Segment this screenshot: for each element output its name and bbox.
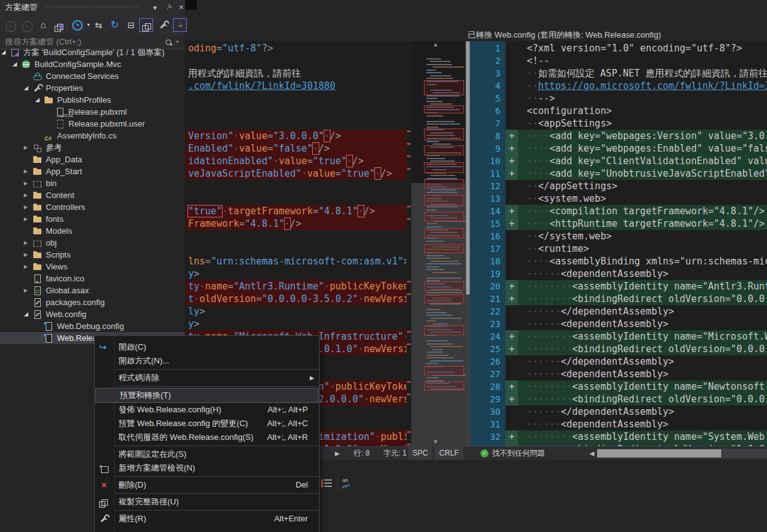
menu-item[interactable]: 屬性(R)Alt+Enter bbox=[95, 512, 319, 526]
tree-item[interactable]: ◢Web.config bbox=[0, 308, 185, 320]
code-token: </appSettings> bbox=[538, 180, 617, 192]
tree-item[interactable]: ◢PublishProfiles bbox=[0, 94, 185, 106]
minimap-line bbox=[430, 318, 462, 319]
expand-icon[interactable]: ▶ bbox=[24, 237, 31, 249]
tree-item[interactable]: packages.config bbox=[0, 296, 185, 308]
problems-ok-icon[interactable]: ✓ bbox=[480, 449, 489, 457]
tree-item[interactable]: App_Data bbox=[0, 154, 185, 165]
minimap-line bbox=[426, 192, 458, 193]
menu-item[interactable]: 將範圍設定在此(S) bbox=[95, 447, 319, 461]
collapse-icon[interactable]: ◢ bbox=[13, 58, 20, 70]
expand-icon[interactable]: ▶ bbox=[24, 213, 31, 225]
expand-icon[interactable]: ▶ bbox=[24, 177, 31, 189]
code-text: ····<add key="webpages:Enabled" value="f… bbox=[527, 142, 767, 155]
code-token[interactable]: https://go.microsoft.com/fwlink/?LinkId=… bbox=[538, 80, 767, 91]
expand-icon[interactable]: ▶ bbox=[24, 261, 31, 273]
collapse-icon[interactable]: ◢ bbox=[1, 46, 9, 58]
tree-item[interactable]: ◢方案 'BuildConfigSample' (1 / 1 個專案) bbox=[0, 46, 185, 58]
tree-item[interactable]: Release.pubxml bbox=[0, 106, 185, 118]
expand-icon[interactable]: ▶ bbox=[24, 284, 31, 296]
collapse-icon[interactable]: ◢ bbox=[35, 94, 43, 106]
tree-item[interactable]: ▶bin bbox=[0, 177, 185, 189]
word-wrap-icon[interactable]: abc↵ bbox=[342, 477, 355, 490]
code-token: idationEnabled" bbox=[188, 155, 273, 167]
horizontal-scrollbar-thumb[interactable] bbox=[597, 449, 721, 457]
indent-guide: ·· bbox=[527, 180, 538, 192]
line-number: 21 bbox=[470, 293, 500, 305]
menu-item-shortcut: Del bbox=[295, 478, 308, 492]
editor-preview-pane[interactable]: 1<?xml version="1.0" encoding="utf-8"?>2… bbox=[465, 41, 767, 446]
tree-item[interactable]: favicon.ico bbox=[0, 273, 185, 284]
minimap-line bbox=[426, 343, 453, 345]
status-line-ending[interactable]: CRLF bbox=[435, 447, 463, 460]
code-line: 27······<dependentAssembly> bbox=[465, 368, 767, 380]
hscroll-right-icon[interactable]: ▶ bbox=[335, 447, 340, 460]
collapse-icon[interactable]: ◢ bbox=[24, 308, 31, 320]
tree-item[interactable]: Web.Debug.config bbox=[0, 320, 185, 332]
code-token: = bbox=[239, 218, 245, 229]
folder-icon bbox=[44, 95, 54, 105]
tree-item[interactable]: Models bbox=[0, 225, 185, 237]
tree-item[interactable]: AssemblyInfo.cs bbox=[0, 130, 185, 142]
tree-item[interactable]: ▶Views bbox=[0, 261, 185, 273]
menu-item[interactable]: ×刪除(D)Del bbox=[95, 478, 319, 492]
tree-item[interactable]: Connected Services bbox=[0, 70, 185, 82]
tree-item[interactable]: ▶Content bbox=[0, 189, 185, 201]
minimap-line bbox=[426, 340, 448, 342]
code-text: <!-- bbox=[527, 55, 549, 67]
hidden-folder-icon bbox=[33, 238, 43, 248]
menu-item[interactable]: 預覽 Web.Release.config 的變更(C)Alt+;, Alt+C bbox=[95, 417, 319, 430]
tree-item[interactable]: ◢Properties bbox=[0, 82, 185, 94]
indent-guide: ···· bbox=[527, 256, 549, 267]
code-text: ··<runtime> bbox=[527, 243, 589, 255]
tree-item[interactable]: ▶fonts bbox=[0, 213, 185, 225]
code-text: ··<system.web> bbox=[527, 192, 606, 205]
menu-item[interactable]: 預覽和轉換(T) bbox=[95, 388, 319, 403]
menu-item[interactable]: 新增方案總管檢視(N) bbox=[95, 461, 319, 475]
menu-item[interactable]: ↪開啟(C) bbox=[95, 340, 319, 354]
expand-icon[interactable]: ▶ bbox=[24, 165, 31, 177]
scroll-down-icon[interactable]: ▼ bbox=[433, 439, 438, 445]
tree-item[interactable]: ◢BuildConfigSample.Mvc bbox=[0, 58, 185, 70]
hscroll-left-icon[interactable]: ◀ bbox=[590, 447, 595, 460]
code-token: > bbox=[194, 268, 199, 279]
code-token: "Antlr3.Runtime" bbox=[233, 281, 324, 292]
line-number: 2 bbox=[470, 55, 500, 67]
menu-item[interactable]: 複製完整路徑(U) bbox=[95, 495, 319, 509]
tree-item[interactable]: ▶Controllers bbox=[0, 201, 185, 213]
link-text[interactable]: .com/fwlink/?LinkId=301880 bbox=[188, 80, 336, 91]
scroll-up-icon[interactable]: ▲ bbox=[433, 41, 438, 48]
menu-item[interactable]: 取代伺服器的 Web.Release.config(S)Alt+;, Alt+R bbox=[95, 430, 319, 444]
horizontal-scrollbar[interactable] bbox=[597, 449, 767, 458]
tree-item[interactable]: ▶obj bbox=[0, 237, 185, 249]
minimap-change-box bbox=[424, 366, 464, 375]
menu-item[interactable]: 發佈 Web.Release.config(H)Alt+;, Alt+P bbox=[95, 403, 319, 417]
code-line: y> bbox=[186, 268, 406, 280]
tree-item[interactable]: Release.pubxml.user bbox=[0, 118, 185, 130]
diff-added-marker: + bbox=[505, 330, 518, 343]
tree-item[interactable]: ▶Global.asax bbox=[0, 284, 185, 296]
changed-lines-icon[interactable] bbox=[321, 477, 334, 490]
expand-icon[interactable]: ▶ bbox=[24, 201, 31, 213]
menu-item[interactable]: 開啟方式(N)... bbox=[95, 354, 319, 368]
code-line: 3··如需如何設定 ASP.NET 應用程式的詳細資訊，請前往 bbox=[465, 67, 767, 80]
line-number: 19 bbox=[470, 268, 500, 280]
code-token: oldVersion bbox=[199, 293, 256, 305]
tree-item[interactable]: ▶Scripts bbox=[0, 249, 185, 261]
tree-item[interactable]: ▶參考 bbox=[0, 142, 185, 154]
tree-item[interactable]: ▶App_Start bbox=[0, 165, 185, 177]
expand-icon[interactable]: ▶ bbox=[24, 142, 31, 154]
collapse-icon[interactable]: ◢ bbox=[24, 82, 31, 94]
diff-added-marker: + bbox=[505, 343, 518, 355]
code-token: <system.web> bbox=[538, 193, 606, 204]
code-token: "4.8.1" bbox=[245, 218, 284, 229]
minimap-scrollbar[interactable]: ▲ ▼ bbox=[411, 41, 465, 446]
expand-icon[interactable]: ▶ bbox=[24, 249, 31, 261]
status-encoding[interactable]: SPC bbox=[408, 447, 432, 460]
expand-icon[interactable]: ▶ bbox=[24, 189, 31, 201]
code-token: newVersio bbox=[364, 343, 406, 355]
menu-item-label: 複製完整路徑(U) bbox=[119, 495, 179, 509]
minimap-line bbox=[426, 115, 443, 117]
menu-item[interactable]: 程式碼清除▶ bbox=[95, 371, 319, 385]
code-token: · bbox=[347, 155, 352, 167]
